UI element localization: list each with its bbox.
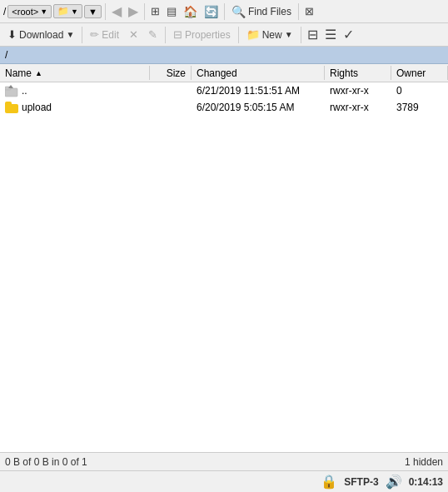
- home-button[interactable]: 🏠: [181, 3, 200, 20]
- up-icon-svg: [5, 84, 18, 97]
- protocol-label: SFTP-3: [344, 476, 378, 488]
- lock-icon: 🔒: [321, 474, 337, 490]
- status-bar: 0 B of 0 B in 0 of 1 1 hidden: [0, 452, 448, 470]
- chevron-down-icon: ▼: [40, 7, 47, 16]
- new-chevron-icon: ▼: [285, 30, 293, 39]
- bookmarks-button[interactable]: ⊠: [302, 3, 316, 19]
- divider6: [165, 27, 166, 43]
- divider4: [298, 3, 299, 20]
- path-separator: /: [3, 6, 6, 17]
- file-rights-cell: rwxr-xr-x: [325, 85, 391, 97]
- toolbar1: / <root> ▼ 📁 ▼ ▼ ◀ ▶ ⊞ ▤ 🏠 🔄 🔍 Find File…: [0, 0, 448, 23]
- table-row[interactable]: .. 6/21/2019 11:51:51 AM rwxr-xr-x 0: [0, 82, 448, 99]
- file-list: .. 6/21/2019 11:51:51 AM rwxr-xr-x 0 upl…: [0, 82, 448, 452]
- file-name: ..: [22, 85, 27, 97]
- delete-icon: ✕: [129, 28, 138, 41]
- find-files-button[interactable]: 🔍 Find Files: [228, 3, 295, 20]
- new-icon: 📁: [246, 28, 260, 41]
- status-right: 1 hidden: [405, 456, 443, 468]
- file-changed-cell: 6/21/2019 11:51:51 AM: [192, 85, 325, 97]
- rename-icon: ✎: [148, 28, 157, 41]
- view-button[interactable]: ⊟: [305, 25, 321, 44]
- col-header-owner[interactable]: Owner: [391, 66, 448, 80]
- path-root-dropdown[interactable]: <root> ▼: [7, 5, 52, 18]
- download-chevron-icon: ▼: [66, 30, 74, 39]
- connection-time: 0:14:13: [409, 476, 443, 488]
- chevron-down-icon2: ▼: [71, 7, 78, 16]
- nav-forward-button[interactable]: ▶: [126, 2, 141, 21]
- edit-button[interactable]: ✏ Edit: [86, 27, 123, 42]
- grid-icon: ⊞: [151, 5, 160, 17]
- properties-icon: ⊟: [173, 28, 182, 41]
- bottom-bar: 🔒 SFTP-3 🔊 0:14:13: [0, 470, 448, 492]
- file-name-cell: upload: [0, 102, 150, 113]
- divider2: [144, 3, 145, 20]
- check-button[interactable]: ✓: [341, 25, 356, 44]
- col-header-rights[interactable]: Rights: [325, 66, 391, 80]
- download-icon: ⬇: [7, 28, 17, 41]
- list-icon: ▤: [167, 5, 177, 17]
- status-left: 0 B of 0 B in 0 of 1: [5, 456, 405, 468]
- download-button[interactable]: ⬇ Download ▼: [3, 27, 78, 42]
- filter-button[interactable]: ☰: [322, 25, 339, 44]
- sort-arrow-icon: ▲: [35, 69, 42, 77]
- edit-icon: ✏: [90, 28, 99, 41]
- divider3: [224, 3, 225, 20]
- path-bar: /: [0, 47, 448, 64]
- new-button[interactable]: 📁 New ▼: [242, 27, 297, 42]
- file-name: upload: [22, 102, 52, 113]
- file-owner-cell: 0: [391, 85, 448, 97]
- filter-dropdown[interactable]: ▼: [84, 5, 102, 18]
- filter-icon: ☰: [325, 27, 336, 42]
- check-icon: ✓: [343, 27, 354, 42]
- home-icon: 🏠: [183, 5, 197, 18]
- path-type-dropdown[interactable]: 📁 ▼: [53, 4, 82, 18]
- divider1: [105, 3, 106, 20]
- col-header-name[interactable]: Name ▲: [0, 66, 150, 80]
- search-icon: 🔍: [231, 5, 246, 18]
- file-name-cell: ..: [0, 84, 150, 97]
- delete-button[interactable]: ✕: [125, 27, 142, 42]
- nav-forward-icon: ▶: [128, 3, 138, 19]
- table-row[interactable]: upload 6/20/2019 5:05:15 AM rwxr-xr-x 37…: [0, 99, 448, 116]
- refresh-button[interactable]: 🔄: [202, 3, 221, 20]
- divider8: [301, 27, 301, 43]
- file-rights-cell: rwxr-xr-x: [325, 102, 391, 113]
- refresh-icon: 🔄: [204, 5, 218, 18]
- column-headers: Name ▲ Size Changed Rights Owner: [0, 64, 448, 82]
- properties-button[interactable]: ⊟ Properties: [169, 27, 235, 42]
- nav-back-button[interactable]: ◀: [109, 2, 124, 21]
- divider7: [238, 27, 239, 43]
- rename-button[interactable]: ✎: [144, 27, 162, 42]
- bookmarks-icon: ⊠: [305, 5, 314, 17]
- nav-back-icon: ◀: [112, 3, 122, 19]
- view-icon: ⊟: [307, 27, 318, 42]
- divider5: [82, 27, 82, 43]
- list-view-button[interactable]: ▤: [164, 3, 179, 19]
- toolbar2: ⬇ Download ▼ ✏ Edit ✕ ✎ ⊟ Properties 📁 N…: [0, 23, 448, 47]
- up-folder-icon: [5, 84, 18, 97]
- file-owner-cell: 3789: [391, 102, 448, 113]
- file-changed-cell: 6/20/2019 5:05:15 AM: [192, 102, 325, 113]
- grid-view-button[interactable]: ⊞: [148, 3, 162, 19]
- col-header-changed[interactable]: Changed: [192, 66, 325, 80]
- col-header-size[interactable]: Size: [150, 66, 192, 80]
- current-path: /: [5, 49, 7, 61]
- path-breadcrumb: / <root> ▼: [3, 5, 52, 18]
- sound-icon: 🔊: [386, 474, 402, 490]
- folder-icon: [5, 102, 18, 113]
